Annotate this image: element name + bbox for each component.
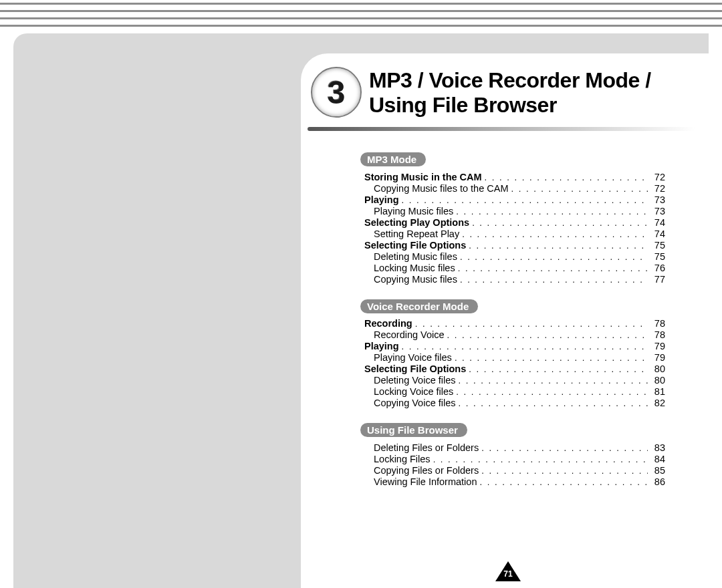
toc-entry-page: 75 xyxy=(648,252,665,262)
toc-dot-leader xyxy=(431,455,648,464)
toc-dot-leader xyxy=(453,207,648,216)
toc-entry-page: 79 xyxy=(648,341,665,351)
toc-entry-label: Deleting Files or Folders xyxy=(364,443,479,453)
toc-entry-page: 80 xyxy=(648,376,665,386)
toc-dot-leader xyxy=(479,444,648,452)
toc-entry: Locking Music files76 xyxy=(364,263,665,273)
toc-dot-leader xyxy=(482,173,648,182)
section-heading: Voice Recorder Mode xyxy=(360,299,478,313)
toc-dot-leader xyxy=(479,466,648,475)
toc-entry-page: 73 xyxy=(648,206,665,216)
toc-entry: Playing Voice files79 xyxy=(364,353,665,363)
toc-entry: Deleting Voice files80 xyxy=(364,376,665,386)
toc-dot-leader xyxy=(466,365,648,374)
section-heading: Using File Browser xyxy=(360,423,467,437)
toc-entry: Playing73 xyxy=(364,195,665,205)
toc-entry: Playing Music files73 xyxy=(364,206,665,216)
decorative-stripe xyxy=(0,17,722,19)
toc-entry: Locking Files84 xyxy=(364,454,665,464)
toc-dot-leader xyxy=(456,399,648,408)
decorative-stripe xyxy=(0,25,722,27)
toc-entry: Recording Voice78 xyxy=(364,330,665,340)
toc-entry: Locking Voice files81 xyxy=(364,387,665,397)
toc-entry-page: 74 xyxy=(648,229,665,239)
toc-entry-label: Copying Files or Folders xyxy=(364,466,479,476)
toc-entry-page: 73 xyxy=(648,195,665,205)
toc-entry-label: Recording Voice xyxy=(364,330,445,340)
chapter-number-badge: 3 xyxy=(311,67,362,118)
toc-entry: Copying Music files to the CAM72 xyxy=(364,184,665,194)
toc-entry-page: 82 xyxy=(648,398,665,408)
toc-dot-leader xyxy=(466,241,648,250)
toc-entry-page: 84 xyxy=(648,454,665,464)
toc-entry-page: 74 xyxy=(648,218,665,228)
toc-entry-page: 72 xyxy=(648,172,665,182)
toc-dot-leader xyxy=(412,319,648,328)
toc-entry-label: Selecting Play Options xyxy=(364,218,469,228)
toc-entry: Setting Repeat Play74 xyxy=(364,229,665,239)
toc-dot-leader xyxy=(508,184,648,193)
toc-dot-leader xyxy=(469,218,648,227)
toc-dot-leader xyxy=(452,353,648,362)
toc-entry-page: 83 xyxy=(648,443,665,453)
chapter-title-line1: MP3 / Voice Recorder Mode / xyxy=(369,68,651,93)
toc-entry-label: Viewing File Information xyxy=(364,477,477,487)
toc-entry: Viewing File Information86 xyxy=(364,477,665,487)
toc-entry-label: Playing Music files xyxy=(364,206,453,216)
chapter-title: MP3 / Voice Recorder Mode / Using File B… xyxy=(369,68,651,118)
toc-entry-label: Playing Voice files xyxy=(364,353,452,363)
toc-entry: Copying Music files77 xyxy=(364,275,665,285)
title-underline xyxy=(308,127,695,131)
decorative-stripe xyxy=(0,3,722,5)
toc-dot-leader xyxy=(453,388,648,396)
toc-entry-page: 78 xyxy=(648,319,665,329)
toc-entry: Recording78 xyxy=(364,319,665,329)
toc-entry-label: Selecting File Options xyxy=(364,364,466,374)
toc-entry-label: Locking Voice files xyxy=(364,387,453,397)
toc-dot-leader xyxy=(399,196,648,204)
decorative-stripe xyxy=(0,10,722,12)
toc-entry: Copying Files or Folders85 xyxy=(364,466,665,476)
toc-entry-label: Deleting Music files xyxy=(364,252,457,262)
toc-entry-page: 77 xyxy=(648,275,665,285)
toc-entry-label: Storing Music in the CAM xyxy=(364,172,482,182)
page-number: 71 xyxy=(499,569,517,579)
toc-entry-label: Playing xyxy=(364,195,399,205)
toc-dot-leader xyxy=(457,253,648,261)
toc-entry-page: 86 xyxy=(648,477,665,487)
toc-dot-leader xyxy=(459,230,648,239)
toc-entry: Storing Music in the CAM72 xyxy=(364,172,665,182)
chapter-title-line2: Using File Browser xyxy=(369,93,651,118)
toc-entry: Selecting File Options75 xyxy=(364,241,665,251)
toc-entry: Playing79 xyxy=(364,341,665,351)
toc-dot-leader xyxy=(457,275,648,284)
table-of-contents: MP3 ModeStoring Music in the CAM72Copyin… xyxy=(364,148,665,488)
toc-entry-page: 78 xyxy=(648,330,665,340)
toc-entry-label: Copying Voice files xyxy=(364,398,456,408)
toc-entry-label: Copying Music files to the CAM xyxy=(364,184,508,194)
toc-dot-leader xyxy=(455,264,648,273)
toc-entry: Copying Voice files82 xyxy=(364,398,665,408)
toc-entry: Deleting Files or Folders83 xyxy=(364,443,665,453)
toc-dot-leader xyxy=(399,342,648,351)
chapter-number: 3 xyxy=(328,74,346,111)
toc-entry-page: 81 xyxy=(648,387,665,397)
toc-entry-page: 79 xyxy=(648,353,665,363)
toc-entry-page: 85 xyxy=(648,466,665,476)
toc-entry-page: 75 xyxy=(648,241,665,251)
toc-entry-label: Recording xyxy=(364,319,412,329)
toc-entry-label: Locking Music files xyxy=(364,263,455,273)
toc-entry-page: 72 xyxy=(648,184,665,194)
toc-entry-page: 76 xyxy=(648,263,665,273)
toc-entry-label: Playing xyxy=(364,341,399,351)
toc-dot-leader xyxy=(445,331,648,339)
toc-entry: Selecting Play Options74 xyxy=(364,218,665,228)
toc-entry: Selecting File Options80 xyxy=(364,364,665,374)
toc-entry-label: Locking Files xyxy=(364,454,431,464)
toc-entry-label: Copying Music files xyxy=(364,275,457,285)
toc-entry: Deleting Music files75 xyxy=(364,252,665,262)
section-heading: MP3 Mode xyxy=(360,152,426,166)
toc-entry-label: Setting Repeat Play xyxy=(364,229,459,239)
toc-entry-label: Deleting Voice files xyxy=(364,376,456,386)
toc-entry-label: Selecting File Options xyxy=(364,241,466,251)
